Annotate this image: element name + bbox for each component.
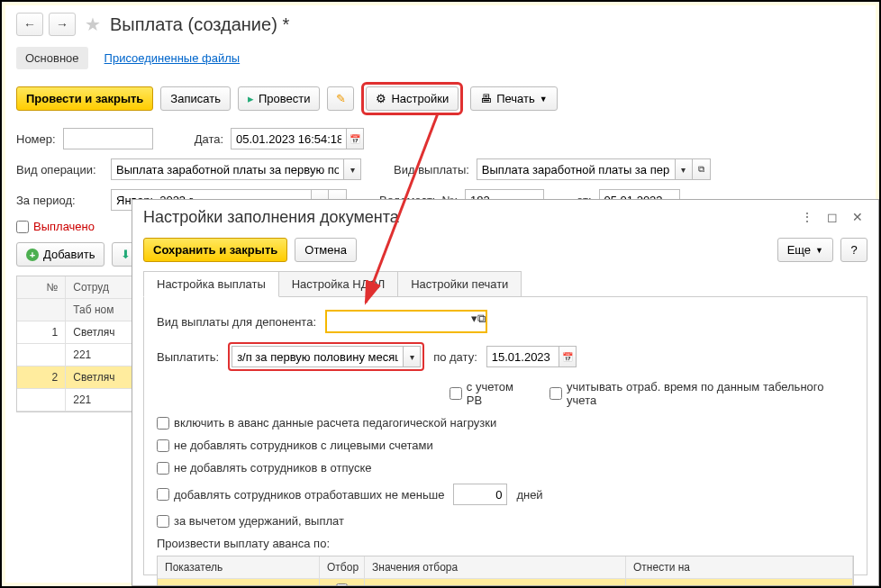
dropdown-icon[interactable]: ▾ [675,158,693,180]
calendar-icon[interactable]: 📅 [559,346,577,367]
deponent-field-highlight: ▾ ⧉ [325,310,487,333]
row-filter-checkbox[interactable] [336,583,348,586]
date-input[interactable] [231,128,346,149]
save-button[interactable]: Записать [160,86,231,111]
worked-min-checkbox[interactable]: добавлять сотрудников отработавших не ме… [157,488,444,502]
pay-type-label: Вид выплаты: [394,163,469,176]
days-label: дней [516,488,542,502]
col-employee[interactable]: Сотруд [66,276,137,298]
settings-button[interactable]: ⚙Настройки [366,86,459,111]
nav-forward-button[interactable]: → [49,13,76,36]
table-row[interactable]: 2 Светляч [17,366,137,389]
col-assign[interactable]: Отнести на [626,556,853,578]
rv-checkbox[interactable]: с учетом РВ [450,380,531,407]
nav-back-button[interactable]: ← [16,13,43,36]
save-close-button[interactable]: Сохранить и закрыть [143,238,287,262]
cancel-button[interactable]: Отмена [295,238,357,262]
by-date-label: по дату: [433,350,477,364]
tab-payment-settings[interactable]: Настройка выплаты [143,271,279,297]
settings-dialog: Настройки заполнения документа ⋮ ◻ ✕ Сох… [132,199,879,586]
pay-field-highlight: ▾ [228,342,424,371]
period-label: За период: [16,194,104,207]
by-date-input[interactable] [486,346,559,367]
fill-icon: ⬇ [121,248,131,261]
pay-type-input[interactable] [477,158,675,180]
print-button[interactable]: 🖶Печать▼ [470,86,558,111]
tabel-checkbox[interactable]: учитывать отраб. время по данным табельн… [549,380,854,407]
op-type-label: Вид операции: [16,163,104,176]
maximize-icon[interactable]: ◻ [822,207,842,227]
col-number[interactable]: № [17,276,66,298]
tab-attached-files[interactable]: Присоединенные файлы [104,51,241,65]
col-values[interactable]: Значения отбора [365,556,626,578]
col-filter[interactable]: Отбор [320,556,365,578]
help-button[interactable]: ? [840,238,867,262]
plus-icon: + [26,249,39,261]
dropdown-icon[interactable]: ▾ [403,346,421,367]
table-row[interactable]: 221 [17,344,137,366]
submit-close-button[interactable]: Провести и закрыть [16,86,153,111]
printer-icon: 🖶 [480,92,492,105]
dropdown-icon[interactable]: ▾ [471,312,477,331]
deponent-label: Вид выплаты для депонента: [157,315,316,329]
op-type-input[interactable] [111,158,343,180]
tab-ndfl-settings[interactable]: Настройка НДФЛ [278,271,399,297]
date-label: Дата: [195,132,223,146]
gear-icon: ⚙ [376,92,386,105]
menu-icon[interactable]: ⋮ [797,207,817,227]
pay-select[interactable] [232,346,403,367]
subhead-label: Произвести выплату аванса по: [157,537,854,550]
calendar-icon[interactable]: 📅 [346,128,364,149]
filter-table: Показатель Отбор Значения отбора Отнести… [157,556,854,586]
favorite-star-icon[interactable]: ★ [85,14,101,35]
settings-button-highlight: ⚙Настройки [361,82,463,115]
avans-pedload-checkbox[interactable]: включить в аванс данные расчета педагоги… [157,416,496,430]
open-icon[interactable]: ⧉ [693,158,711,180]
dropdown-icon[interactable]: ▾ [343,158,361,180]
tab-main[interactable]: Основное [16,47,88,69]
no-lic-checkbox[interactable]: не добавлять сотрудников с лицевыми счет… [157,439,433,452]
no-vacation-checkbox[interactable]: не добавлять сотрудников в отпуске [157,461,371,475]
number-label: Номер: [16,132,56,146]
number-input[interactable] [63,128,153,149]
chevron-down-icon: ▼ [540,95,548,104]
pencil-icon: ✎ [336,92,346,105]
employee-grid: № Сотруд Таб ном 1 Светляч 221 2 Светляч… [16,276,138,412]
dialog-title: Настройки заполнения документа [143,208,797,227]
pay-label: Выплатить: [157,350,219,364]
more-button[interactable]: Еще▼ [777,238,833,262]
table-row[interactable]: 1 Светляч [17,321,137,344]
page-title: Выплата (создание) * [110,14,289,35]
chevron-down-icon: ▼ [815,246,823,255]
post-icon: ▸ [248,92,254,105]
paid-checkbox[interactable]: Выплачено [16,220,95,233]
edit-form-button[interactable]: ✎ [327,86,354,111]
col-tabnum[interactable]: Таб ном [66,299,137,321]
col-indicator[interactable]: Показатель [158,556,320,578]
deductions-checkbox[interactable]: за вычетом удержаний, выплат [157,514,344,528]
tab-print-settings[interactable]: Настройки печати [397,271,522,297]
post-button[interactable]: ▸Провести [238,86,321,111]
deponent-input[interactable] [327,312,471,331]
add-button[interactable]: +Добавить [16,242,104,267]
days-input[interactable] [453,484,507,505]
table-row[interactable]: Подразделение по всем подразделениям [158,578,853,586]
table-row[interactable]: 221 [17,389,137,412]
open-icon[interactable]: ⧉ [477,312,486,331]
close-icon[interactable]: ✕ [848,207,867,227]
